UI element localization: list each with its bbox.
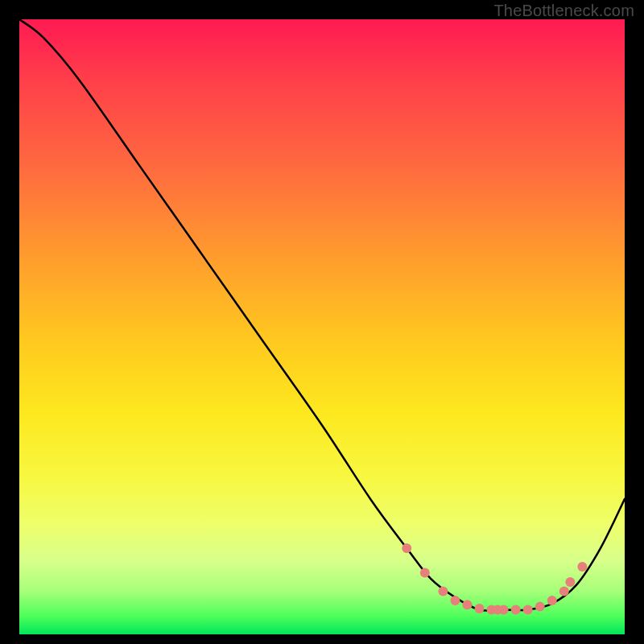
curve-marker: [462, 600, 472, 609]
curve-marker: [402, 543, 411, 553]
curve-line: [19, 19, 625, 611]
curve-marker: [499, 605, 509, 614]
curve-marker: [475, 604, 485, 613]
curve-marker: [535, 602, 545, 612]
curve-marker: [547, 596, 557, 605]
chart-svg: [19, 19, 625, 634]
watermark-text: TheBottleneck.com: [493, 2, 634, 20]
curve-marker: [511, 605, 521, 614]
curve-marker: [577, 562, 587, 572]
curve-marker: [559, 587, 569, 597]
chart-plot-area: [19, 19, 625, 634]
chart-frame: TheBottleneck.com: [0, 0, 644, 644]
curve-marker: [420, 568, 430, 578]
curve-marker: [523, 605, 533, 614]
curve-marker: [438, 587, 448, 597]
curve-marker: [450, 596, 460, 605]
curve-marker: [565, 577, 575, 587]
